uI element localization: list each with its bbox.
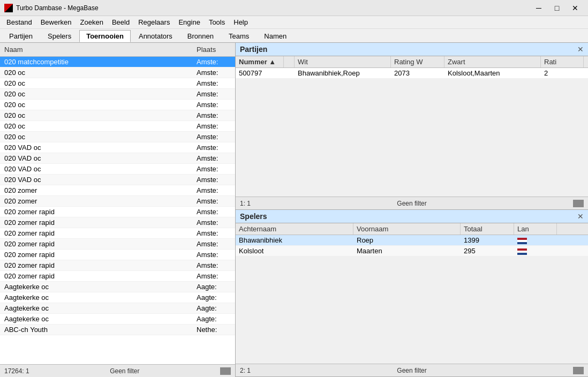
spelers-close-button[interactable]: ✕ xyxy=(577,212,584,221)
list-item[interactable]: 020 ocAmste: xyxy=(0,100,235,110)
list-item[interactable]: 020 zomer rapidAmste: xyxy=(0,217,235,228)
navtab-namen[interactable]: Namen xyxy=(257,30,293,42)
list-cell-naam: 020 zomer xyxy=(0,196,192,206)
navtab-annotators[interactable]: Annotators xyxy=(132,30,179,42)
right-panel: Partijen ✕ Nummer ▲WitRating WZwartRati … xyxy=(236,43,588,377)
flag-nl xyxy=(517,248,527,255)
menu-item-tools[interactable]: Tools xyxy=(205,17,229,27)
list-item[interactable]: 020 ocAmste: xyxy=(0,132,235,142)
list-item[interactable]: 020 zomer rapidAmste: xyxy=(0,239,235,250)
partijen-col-rating-w[interactable]: Rating W xyxy=(391,56,444,67)
list-footer: 17264: 1 Geen filter xyxy=(0,364,235,377)
menu-item-zoeken[interactable]: Zoeken xyxy=(76,17,108,27)
list-item[interactable]: 020 ocAmste: xyxy=(0,121,235,132)
list-scrollbar[interactable] xyxy=(220,367,231,375)
tournament-list-body[interactable]: 020 matchcompetitieAmste:020 ocAmste:020… xyxy=(0,57,235,364)
list-item[interactable]: 020 VAD ocAmste: xyxy=(0,142,235,153)
list-item[interactable]: Aagtekerke ocAagte: xyxy=(0,292,235,303)
partijen-table-body[interactable]: 500797 Bhawanibhiek,Roep 2073 Kolsloot,M… xyxy=(236,68,588,197)
list-item[interactable]: 020 ocAmste: xyxy=(0,67,235,78)
list-cell-plaats: Amste: xyxy=(192,260,235,270)
partijen-col-[interactable] xyxy=(284,56,295,67)
partijen-footer: 1: 1 Geen filter xyxy=(236,197,588,209)
navtab-teams[interactable]: Teams xyxy=(222,30,256,42)
list-item[interactable]: 020 zomer rapidAmste: xyxy=(0,250,235,260)
list-item[interactable]: 020 VAD ocAmste: xyxy=(0,175,235,185)
navtab-spelers[interactable]: Spelers xyxy=(41,30,78,42)
list-cell-naam: 020 zomer xyxy=(0,185,192,195)
partijen-row[interactable]: 500797 Bhawanibhiek,Roep 2073 Kolsloot,M… xyxy=(236,68,588,79)
list-cell-plaats: Amste: xyxy=(192,185,235,195)
partijen-header: Partijen ✕ xyxy=(236,43,588,56)
list-cell-naam: 020 zomer rapid xyxy=(0,228,192,238)
spelers-scrollbar[interactable] xyxy=(573,367,584,374)
close-button[interactable]: ✕ xyxy=(567,3,584,13)
list-item[interactable]: 020 zomerAmste: xyxy=(0,196,235,207)
list-item[interactable]: 020 matchcompetitieAmste: xyxy=(0,57,235,67)
window-controls: ─ □ ✕ xyxy=(530,3,584,13)
partijen-title: Partijen xyxy=(240,45,267,54)
list-item[interactable]: 020 zomerAmste: xyxy=(0,185,235,196)
spelers-col-totaal[interactable]: Totaal xyxy=(461,223,514,235)
list-cell-plaats: Amste: xyxy=(192,142,235,153)
spelers-table-body[interactable]: Bhawanibhiek Roep 1399 Kolsloot Maarten … xyxy=(236,235,588,364)
list-cell-plaats: Aagte: xyxy=(192,292,235,303)
partijen-close-button[interactable]: ✕ xyxy=(577,45,584,54)
spelers-achternaam: Kolsloot xyxy=(236,246,353,256)
list-cell-naam: 020 oc xyxy=(0,100,192,110)
list-cell-plaats: Aagte: xyxy=(192,314,235,324)
menu-item-regelaars[interactable]: Regelaars xyxy=(134,17,174,27)
menu-item-bewerken[interactable]: Bewerken xyxy=(36,17,76,27)
list-cell-naam: 020 zomer rapid xyxy=(0,271,192,281)
menu-item-beeld[interactable]: Beeld xyxy=(108,17,134,27)
spelers-col-voornaam[interactable]: Voornaam xyxy=(353,223,461,235)
spelers-row[interactable]: Kolsloot Maarten 295 xyxy=(236,246,588,257)
spelers-panel: Spelers ✕ AchternaamVoornaamTotaalLan Bh… xyxy=(236,210,588,377)
list-cell-plaats: Amste: xyxy=(192,196,235,206)
list-cell-naam: 020 VAD oc xyxy=(0,153,192,163)
menu-item-bestand[interactable]: Bestand xyxy=(2,17,36,27)
spelers-row[interactable]: Bhawanibhiek Roep 1399 xyxy=(236,235,588,246)
list-item[interactable]: 020 zomer rapidAmste: xyxy=(0,207,235,217)
list-item[interactable]: 020 zomer rapidAmste: xyxy=(0,228,235,239)
partijen-col-zwart[interactable]: Zwart xyxy=(444,56,541,67)
list-item[interactable]: 020 ocAmste: xyxy=(0,89,235,100)
list-item[interactable]: 020 ocAmste: xyxy=(0,78,235,89)
navtab-partijen[interactable]: Partijen xyxy=(2,30,40,42)
list-cell-naam: Aagtekerke oc xyxy=(0,314,192,324)
spelers-totaal: 295 xyxy=(461,246,514,256)
partijen-scrollbar[interactable] xyxy=(573,200,584,207)
list-cell-naam: 020 oc xyxy=(0,89,192,99)
partijen-panel: Partijen ✕ Nummer ▲WitRating WZwartRati … xyxy=(236,43,588,210)
minimize-button[interactable]: ─ xyxy=(530,3,547,13)
spelers-col-lan[interactable]: Lan xyxy=(514,223,557,235)
maximize-button[interactable]: □ xyxy=(548,3,566,13)
list-cell-plaats: Aagte: xyxy=(192,303,235,313)
list-item[interactable]: 020 VAD ocAmste: xyxy=(0,153,235,164)
navtab-bronnen[interactable]: Bronnen xyxy=(180,30,221,42)
col-plaats: Plaats xyxy=(192,44,235,55)
partijen-col-rati[interactable]: Rati xyxy=(541,56,584,67)
list-cell-naam: 020 oc xyxy=(0,67,192,78)
list-cell-plaats: Amste: xyxy=(192,239,235,249)
partijen-col-nummer[interactable]: Nummer ▲ xyxy=(236,56,284,67)
list-item[interactable]: 020 zomer rapidAmste: xyxy=(0,271,235,282)
spelers-table-header: AchternaamVoornaamTotaalLan xyxy=(236,223,588,235)
spelers-voornaam: Roep xyxy=(353,235,461,245)
list-item[interactable]: Aagtekerke ocAagte: xyxy=(0,314,235,325)
list-count: 17264: 1 xyxy=(4,367,29,375)
list-item[interactable]: Aagtekerke ocAagte: xyxy=(0,303,235,314)
list-item[interactable]: Aagtekerke ocAagte: xyxy=(0,282,235,292)
spelers-col-achternaam[interactable]: Achternaam xyxy=(236,223,353,235)
list-item[interactable]: 020 zomer rapidAmste: xyxy=(0,260,235,271)
list-cell-plaats: Amste: xyxy=(192,89,235,99)
list-item[interactable]: 020 ocAmste: xyxy=(0,110,235,121)
menu-item-help[interactable]: Help xyxy=(229,17,252,27)
partijen-zwart: Kolsloot,Maarten xyxy=(444,68,541,78)
list-item[interactable]: 020 VAD ocAmste: xyxy=(0,164,235,175)
navtab-toernooien[interactable]: Toernooien xyxy=(79,30,131,42)
menu-item-engine[interactable]: Engine xyxy=(174,17,204,27)
list-cell-plaats: Amste: xyxy=(192,57,235,67)
list-item[interactable]: ABC-ch YouthNethe: xyxy=(0,325,235,335)
partijen-col-wit[interactable]: Wit xyxy=(295,56,391,67)
